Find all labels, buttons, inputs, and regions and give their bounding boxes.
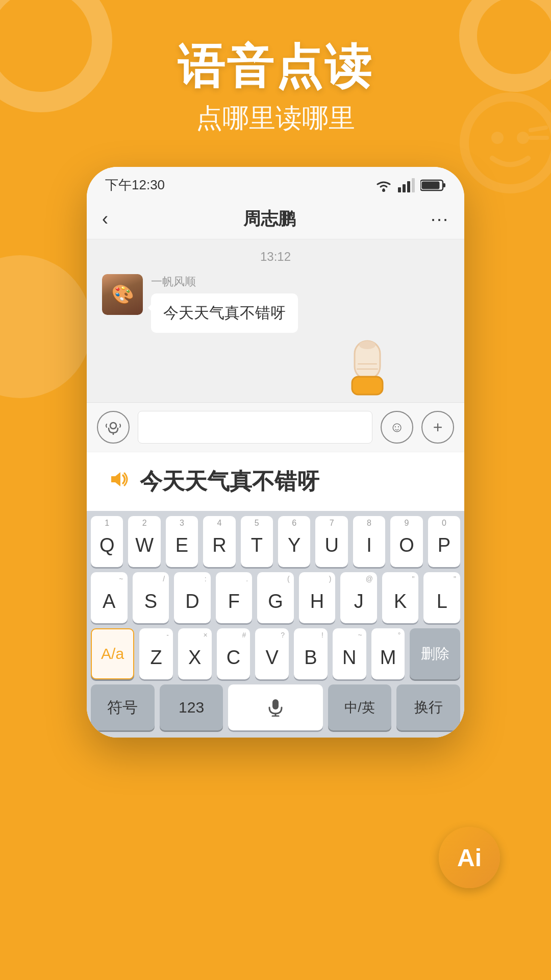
speaker-icon: [107, 468, 130, 495]
key-C[interactable]: # C: [217, 628, 251, 679]
svg-rect-7: [403, 184, 406, 192]
key-W[interactable]: 2 W: [128, 516, 160, 567]
plus-button[interactable]: +: [421, 411, 454, 444]
status-bar: 下午12:30: [87, 167, 464, 199]
chat-area: 13:12 一帆风顺 今天天气真不错呀: [87, 239, 464, 402]
key-P[interactable]: 0 P: [428, 516, 460, 567]
phone-mockup: 下午12:30 ‹: [87, 167, 464, 738]
key-R[interactable]: 4 R: [203, 516, 235, 567]
signal-icon: [398, 178, 415, 192]
enter-key[interactable]: 换行: [396, 684, 460, 730]
key-G[interactable]: ( G: [257, 572, 294, 623]
sender-name: 一帆风顺: [151, 274, 298, 289]
key-F[interactable]: . F: [216, 572, 253, 623]
svg-point-5: [382, 189, 385, 192]
svg-point-18: [110, 423, 116, 429]
reading-banner: 今天天气真不错呀: [87, 452, 464, 511]
svg-rect-15: [352, 377, 383, 395]
symbol-key[interactable]: 符号: [91, 684, 155, 730]
svg-rect-20: [272, 699, 279, 709]
key-H[interactable]: ) H: [299, 572, 336, 623]
message-text: 今天天气真不错呀: [163, 304, 286, 321]
avatar-image: [102, 274, 143, 315]
voice-button[interactable]: [97, 411, 130, 444]
key-I[interactable]: 8 I: [353, 516, 385, 567]
plus-icon: +: [433, 418, 443, 437]
key-B[interactable]: ! B: [294, 628, 328, 679]
chat-title: 周志鹏: [243, 207, 295, 231]
key-D[interactable]: : D: [174, 572, 211, 623]
svg-rect-6: [398, 187, 401, 192]
key-S[interactable]: / S: [133, 572, 169, 623]
status-icons: [374, 178, 446, 192]
number-key[interactable]: 123: [160, 684, 223, 730]
language-key[interactable]: 中/英: [328, 684, 392, 730]
mic-key[interactable]: [228, 684, 322, 730]
key-Y[interactable]: 6 Y: [278, 516, 310, 567]
key-Q[interactable]: 1 Q: [91, 516, 123, 567]
ai-badge[interactable]: Ai: [439, 827, 500, 888]
svg-rect-11: [443, 183, 445, 187]
finger-pointer-illustration: [337, 336, 398, 407]
main-title: 语音点读: [0, 41, 551, 92]
svg-rect-12: [422, 181, 440, 189]
keyboard-row-1: 1 Q 2 W 3 E 4 R 5 T 6 Y: [91, 516, 460, 567]
shift-key[interactable]: A/a: [91, 628, 134, 679]
key-J[interactable]: @ J: [340, 572, 377, 623]
message-timestamp: 13:12: [102, 250, 449, 264]
text-input-field[interactable]: [138, 411, 372, 444]
message-bubble[interactable]: 今天天气真不错呀: [151, 293, 298, 333]
key-U[interactable]: 7 U: [315, 516, 347, 567]
key-X[interactable]: × X: [178, 628, 212, 679]
emoji-button[interactable]: ☺: [381, 411, 413, 444]
key-L[interactable]: " L: [423, 572, 460, 623]
reading-text: 今天天气真不错呀: [140, 467, 319, 497]
keyboard-row-2: ~ A / S : D . F ( G ) H: [91, 572, 460, 623]
key-V[interactable]: ? V: [255, 628, 289, 679]
delete-label: 删除: [421, 644, 449, 664]
key-K[interactable]: " K: [382, 572, 419, 623]
keyboard-row-3: A/a - Z × X # C ? V ! B ~: [91, 628, 460, 679]
keyboard: 1 Q 2 W 3 E 4 R 5 T 6 Y: [87, 511, 464, 738]
chat-header: ‹ 周志鹏 ···: [87, 199, 464, 239]
key-A[interactable]: ~ A: [91, 572, 128, 623]
key-Z[interactable]: - Z: [139, 628, 173, 679]
more-button[interactable]: ···: [431, 208, 449, 230]
battery-icon: [420, 179, 446, 192]
key-T[interactable]: 5 T: [241, 516, 273, 567]
mic-icon: [266, 698, 285, 717]
message-content: 一帆风顺 今天天气真不错呀: [151, 274, 298, 333]
wifi-icon: [374, 178, 393, 192]
status-time: 下午12:30: [105, 176, 165, 194]
chat-input-bar: ☺ +: [87, 402, 464, 452]
key-N[interactable]: ~ N: [333, 628, 366, 679]
avatar: [102, 274, 143, 315]
emoji-icon: ☺: [390, 419, 405, 435]
back-button[interactable]: ‹: [102, 208, 108, 230]
keyboard-bottom-row: 符号 123 中/英 换行: [91, 684, 460, 730]
svg-point-14: [359, 341, 375, 349]
voice-icon: [106, 420, 121, 435]
svg-rect-9: [412, 178, 415, 192]
key-O[interactable]: 9 O: [390, 516, 422, 567]
key-M[interactable]: ° M: [371, 628, 405, 679]
header-section: 语音点读 点哪里读哪里: [0, 0, 551, 136]
svg-rect-8: [407, 181, 410, 192]
bg-decoration-circle-mid: [0, 255, 92, 398]
delete-key[interactable]: 删除: [410, 628, 460, 679]
sub-title: 点哪里读哪里: [0, 101, 551, 136]
key-E[interactable]: 3 E: [166, 516, 198, 567]
message-row: 一帆风顺 今天天气真不错呀: [102, 274, 449, 333]
